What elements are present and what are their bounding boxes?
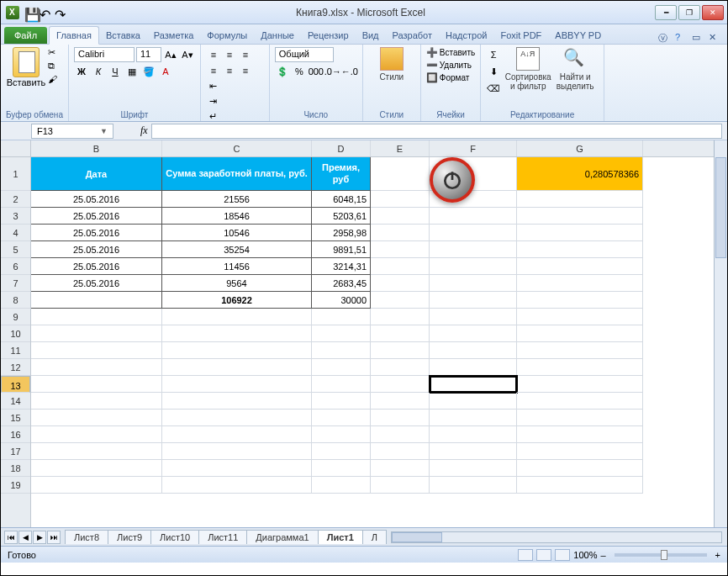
cell[interactable] <box>312 443 371 460</box>
row-header[interactable]: 3 <box>1 208 30 225</box>
cell[interactable]: 5203,61 <box>312 208 371 225</box>
cell[interactable] <box>430 241 517 258</box>
sheet-tab[interactable]: Лист8 <box>65 530 108 544</box>
row-header[interactable]: 1 <box>1 157 30 191</box>
align-center-icon[interactable]: ≡ <box>222 63 237 78</box>
find-select-button[interactable]: 🔍 Найти и выделить <box>551 47 599 96</box>
cell[interactable] <box>162 393 312 410</box>
cell[interactable] <box>371 443 430 460</box>
ribbon-minimize-icon[interactable]: ⓥ <box>658 32 670 44</box>
cell[interactable] <box>31 477 162 494</box>
sheet-tab[interactable]: Л <box>362 530 387 544</box>
vertical-scrollbar[interactable] <box>714 140 727 527</box>
cell[interactable] <box>31 426 162 443</box>
maximize-button[interactable]: ❐ <box>678 5 700 20</box>
col-header[interactable]: D <box>312 140 371 156</box>
cell[interactable] <box>430 410 517 426</box>
row-header[interactable]: 4 <box>1 225 30 241</box>
row-header[interactable]: 14 <box>1 393 30 410</box>
tab-view[interactable]: Вид <box>356 27 386 44</box>
close-button[interactable]: ✕ <box>702 5 724 20</box>
format-cells-icon[interactable]: 🔲 <box>426 72 438 83</box>
cell[interactable] <box>517 359 643 376</box>
font-name-select[interactable]: Calibri <box>74 47 135 62</box>
row-header[interactable]: 15 <box>1 410 30 426</box>
cell[interactable] <box>517 426 643 443</box>
insert-cells-icon[interactable]: ➕ <box>426 47 438 58</box>
sheet-tab-active[interactable]: Лист1 <box>318 530 363 544</box>
comma-icon[interactable]: 000 <box>309 64 324 79</box>
active-cell[interactable] <box>430 376 517 393</box>
cell[interactable]: Сумма заработной платы, руб. <box>162 157 312 191</box>
cell[interactable]: 25.05.2016 <box>31 191 162 208</box>
font-color-button[interactable]: A <box>158 64 173 79</box>
cell[interactable] <box>430 393 517 410</box>
cell[interactable] <box>430 258 517 275</box>
undo-icon[interactable]: ↶ <box>40 7 51 18</box>
inc-decimal-icon[interactable]: .0→ <box>325 64 340 79</box>
row-header[interactable]: 19 <box>1 477 30 494</box>
cell[interactable] <box>430 292 517 309</box>
row-header[interactable]: 8 <box>1 292 30 309</box>
cell[interactable] <box>517 225 643 241</box>
cell[interactable] <box>430 225 517 241</box>
cell[interactable] <box>31 342 162 359</box>
cell[interactable] <box>31 460 162 477</box>
font-size-select[interactable]: 11 <box>136 47 161 62</box>
cell[interactable]: 11456 <box>162 258 312 275</box>
cell[interactable]: 25.05.2016 <box>31 275 162 292</box>
styles-button[interactable]: Стили <box>368 47 415 82</box>
cell[interactable] <box>31 309 162 325</box>
cell[interactable] <box>162 325 312 342</box>
cell[interactable] <box>312 376 371 393</box>
view-normal-icon[interactable] <box>518 549 533 561</box>
tab-nav-next-icon[interactable]: ▶ <box>33 531 46 544</box>
cell[interactable] <box>312 393 371 410</box>
fill-icon[interactable]: ⬇ <box>486 64 501 79</box>
cell[interactable] <box>371 393 430 410</box>
row-header[interactable]: 5 <box>1 241 30 258</box>
cell[interactable] <box>430 443 517 460</box>
paste-button[interactable]: Вставить <box>6 47 46 87</box>
tab-data[interactable]: Данные <box>254 27 301 44</box>
format-painter-icon[interactable]: 🖌 <box>48 74 61 86</box>
tab-nav-first-icon[interactable]: ⏮ <box>4 531 18 544</box>
cell[interactable] <box>312 309 371 325</box>
cell[interactable] <box>371 376 430 393</box>
cell[interactable] <box>162 359 312 376</box>
cell[interactable] <box>430 426 517 443</box>
cell[interactable]: 9891,51 <box>312 241 371 258</box>
cell[interactable] <box>312 460 371 477</box>
cell[interactable] <box>31 359 162 376</box>
cell[interactable] <box>517 241 643 258</box>
cell[interactable]: 25.05.2016 <box>31 225 162 241</box>
tab-nav-last-icon[interactable]: ⏭ <box>47 531 61 544</box>
cell[interactable] <box>371 460 430 477</box>
grow-font-icon[interactable]: A▴ <box>163 47 178 62</box>
cell[interactable] <box>312 426 371 443</box>
cell[interactable] <box>31 443 162 460</box>
cell[interactable]: Дата <box>31 157 162 191</box>
cell[interactable]: 0,280578366 <box>517 157 643 191</box>
sheet-tab[interactable]: Лист11 <box>198 530 247 544</box>
tab-foxit[interactable]: Foxit PDF <box>493 27 548 44</box>
fill-color-button[interactable]: 🪣 <box>141 64 156 79</box>
select-all-corner[interactable] <box>1 140 30 157</box>
tab-layout[interactable]: Разметка <box>147 27 201 44</box>
horizontal-scrollbar[interactable] <box>391 531 722 543</box>
cell[interactable]: 6048,15 <box>312 191 371 208</box>
tab-addins[interactable]: Надстрой <box>439 27 493 44</box>
cell[interactable]: 3214,31 <box>312 258 371 275</box>
copy-icon[interactable]: ⧉ <box>48 61 61 72</box>
row-header[interactable]: 9 <box>1 309 30 325</box>
cell[interactable]: 18546 <box>162 208 312 225</box>
cell[interactable] <box>371 309 430 325</box>
cell[interactable] <box>312 410 371 426</box>
cell[interactable]: 10546 <box>162 225 312 241</box>
col-header[interactable]: E <box>371 140 430 156</box>
cell[interactable]: 25.05.2016 <box>31 241 162 258</box>
cell[interactable] <box>162 443 312 460</box>
cell[interactable] <box>517 477 643 494</box>
cell[interactable] <box>312 342 371 359</box>
cell[interactable] <box>371 208 430 225</box>
